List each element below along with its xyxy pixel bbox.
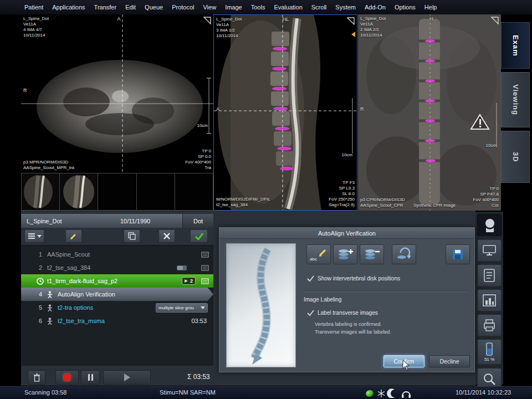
step-row-5[interactable]: 5 t2-tra options multiple slice grou [21, 301, 213, 314]
menu-patient[interactable]: Patient [24, 4, 43, 11]
save-button[interactable] [446, 244, 470, 264]
protocol-list-button[interactable] [24, 229, 44, 243]
patient-head-icon [482, 218, 497, 232]
edit-protocol-button[interactable] [65, 229, 82, 243]
menu-image[interactable]: Image [225, 4, 242, 11]
coil-gauge-button[interactable]: 51 % [477, 339, 502, 365]
close-icon [163, 233, 170, 239]
filming-button[interactable] [477, 314, 502, 336]
accept-step-button[interactable] [190, 229, 208, 243]
play-icon [124, 374, 130, 381]
thumbnail-spine-image [22, 173, 60, 210]
orientation-top-label: A [117, 16, 121, 22]
right-toolbar: 51 % [475, 212, 503, 385]
gauge-value: 51 % [484, 357, 494, 362]
worklist-button[interactable] [477, 264, 502, 287]
step-label: t2_tse_tra_msma [58, 318, 191, 324]
rotate-icon [396, 247, 412, 262]
menu-scroll[interactable]: Scroll [311, 4, 327, 11]
menu-view[interactable]: View [203, 4, 216, 11]
viewport-coronal[interactable]: L_Spine_DotVe11A 2 IMA 2/210/11/2014 H R… [358, 14, 501, 211]
coronal-footer-left: p3 CPR/NORM/DIS3DAASpine_Scout_CPR [360, 197, 405, 208]
menu-protocol[interactable]: Protocol [172, 4, 194, 11]
delete-button[interactable] [28, 370, 45, 385]
segment-corner-icon[interactable] [491, 17, 499, 24]
disk-add-icon [337, 247, 354, 262]
record-button[interactable] [55, 370, 79, 385]
step-duration: 03:53 [191, 318, 207, 324]
segment-corner-icon[interactable] [347, 17, 355, 25]
menu-help[interactable]: Help [424, 4, 437, 11]
menu-evaluation[interactable]: Evaluation [274, 4, 302, 11]
tab-3d[interactable]: 3D [501, 131, 530, 183]
remove-disk-button[interactable] [360, 244, 384, 264]
trash-icon [33, 374, 40, 382]
spine-illustration [226, 243, 296, 367]
tab-viewing-label: Viewing [511, 84, 520, 115]
thumbnail-2[interactable] [60, 173, 98, 211]
tab-3d-label: 3D [511, 152, 520, 162]
tab-viewing[interactable]: Viewing [501, 72, 530, 127]
scroll-marker-icon[interactable] [351, 32, 355, 37]
step-row-3-active[interactable]: t1_tirm_dark-fluid_sag_p2 2 [21, 274, 213, 288]
system-datetime: 10/11/2014 10:32:23 [456, 389, 511, 396]
orientation-left-label: R [23, 88, 27, 93]
step-row-2[interactable]: 2 t2_tse_sag_384 [21, 261, 213, 274]
scale-label: 10cm [197, 123, 208, 129]
image-stack-icon [201, 278, 209, 284]
printer-icon [482, 319, 497, 332]
step-row-4-selected[interactable]: 4 AutoAlign Verification [21, 288, 213, 301]
floppy-disk-icon [452, 249, 463, 260]
menu-transfer[interactable]: Transfer [94, 4, 117, 11]
menu-options[interactable]: Options [395, 4, 416, 11]
show-disks-checkbox[interactable]: Show intervertebral disk positions [307, 275, 400, 282]
slice-group-dropdown[interactable]: multiple slice grou [156, 303, 208, 313]
patient-position-icon [47, 291, 54, 298]
step-number: 4 [33, 291, 42, 298]
patient-head-button[interactable] [477, 214, 502, 236]
coronal-footer-right: TP 0SP P47.8 FoV 400*400Cor [473, 186, 499, 208]
step-row-6[interactable]: 6 t2_tse_tra_msma 03:53 [21, 314, 213, 328]
play-button[interactable] [103, 370, 151, 385]
add-disk-button[interactable] [333, 244, 357, 264]
step-row-1[interactable]: 1 AASpine_Scout [21, 248, 213, 261]
dot-engine-button[interactable]: Dot [182, 214, 213, 228]
menu-addon[interactable]: Add-On [365, 4, 386, 11]
menu-system[interactable]: System [335, 4, 356, 11]
worklist-icon [483, 268, 496, 283]
thumbnail-3[interactable] [98, 173, 136, 211]
viewport-sagittal[interactable]: L_Spine_DotVe11A 3 IMA 1/210/11/2014 HL … [213, 14, 357, 211]
viewport-axial[interactable]: L_Spine_DotVe11A 4 IMA 4/710/11/2014 A R… [21, 14, 213, 173]
step-number: 2 [33, 264, 42, 271]
system-ok-icon [365, 389, 374, 398]
confirmation-note-1: Vertebra labeling is confirmed. [315, 321, 382, 328]
moon-icon [387, 388, 395, 398]
pause-button[interactable] [81, 370, 100, 385]
copy-step-button[interactable] [124, 229, 140, 243]
menu-applications[interactable]: Applications [52, 4, 85, 11]
progress-icon [177, 265, 187, 270]
label-transverse-checkbox[interactable]: Label transverse images [307, 310, 378, 316]
menu-queue[interactable]: Queue [145, 4, 163, 11]
chevron-down-icon [201, 306, 205, 309]
menu-edit[interactable]: Edit [125, 4, 136, 11]
console-button[interactable] [477, 239, 502, 262]
thumbnail-5[interactable] [175, 173, 213, 211]
thumbnail-1[interactable] [21, 173, 60, 211]
decline-button[interactable]: Decline [429, 355, 470, 367]
label-edit-button[interactable]: abc [306, 244, 331, 264]
reset-labels-button[interactable] [392, 244, 416, 264]
chevron-down-icon [37, 235, 42, 238]
record-icon [64, 374, 70, 381]
segment-corner-icon[interactable] [203, 17, 211, 24]
protocol-step-list: 1 AASpine_Scout 2 t2_tse_sag_384 t1_tirm… [21, 245, 213, 366]
disk-remove-icon [364, 247, 380, 262]
orientation-top-label: H [429, 16, 433, 22]
scale-label: 10cm [485, 143, 497, 149]
tab-exam[interactable]: Exam [501, 22, 530, 69]
step-number: 1 [33, 251, 42, 258]
thumbnail-4[interactable] [137, 173, 175, 211]
chart-button[interactable] [477, 289, 502, 311]
menu-tools[interactable]: Tools [251, 4, 265, 11]
cancel-step-button[interactable] [158, 229, 175, 243]
